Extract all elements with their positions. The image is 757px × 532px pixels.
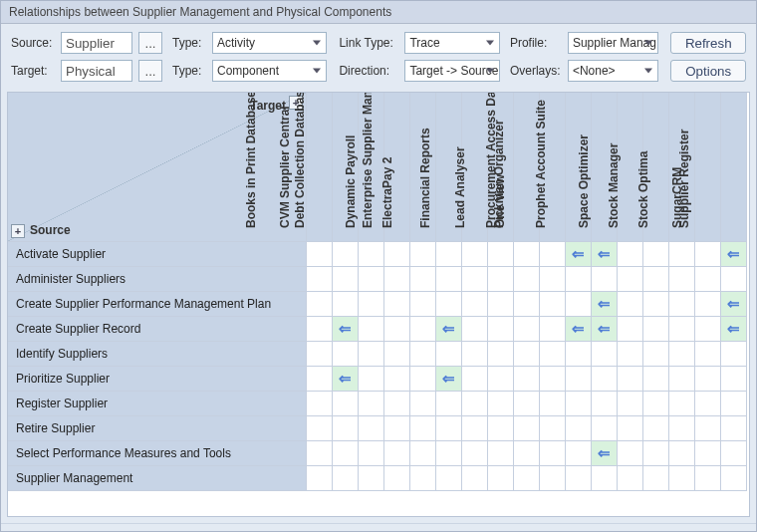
matrix-cell[interactable] <box>410 342 436 367</box>
matrix-cell-hit[interactable]: ⇐ <box>592 292 618 317</box>
matrix-cell[interactable] <box>540 317 566 342</box>
matrix-cell[interactable] <box>333 292 359 317</box>
matrix-cell[interactable] <box>721 466 747 491</box>
row-header[interactable]: Prioritize Supplier <box>8 367 307 392</box>
matrix-cell[interactable] <box>462 367 488 392</box>
refresh-button[interactable]: Refresh <box>670 32 746 54</box>
matrix-cell[interactable] <box>514 466 540 491</box>
matrix-cell[interactable] <box>566 342 592 367</box>
matrix-cell[interactable] <box>333 466 359 491</box>
row-header[interactable]: Activate Supplier <box>8 242 307 267</box>
matrix-cell-hit[interactable]: ⇐ <box>721 292 747 317</box>
matrix-cell[interactable] <box>307 242 333 267</box>
matrix-cell-hit[interactable]: ⇐ <box>592 441 618 466</box>
matrix-cell[interactable] <box>333 267 359 292</box>
matrix-cell[interactable] <box>359 242 384 267</box>
matrix-cell[interactable] <box>514 242 540 267</box>
matrix-cell[interactable] <box>669 441 695 466</box>
matrix-cell[interactable] <box>618 242 643 267</box>
target-input[interactable] <box>61 60 132 82</box>
direction-select[interactable]: Target -> Source <box>404 60 500 82</box>
overlays-select[interactable]: <None> <box>568 60 659 82</box>
matrix-cell[interactable] <box>359 441 384 466</box>
matrix-cell[interactable] <box>540 292 566 317</box>
matrix-cell-hit[interactable]: ⇐ <box>566 317 592 342</box>
matrix-cell[interactable] <box>540 441 566 466</box>
matrix-cell[interactable] <box>721 367 747 392</box>
matrix-cell[interactable] <box>540 416 566 441</box>
matrix-cell[interactable] <box>566 367 592 392</box>
matrix-cell[interactable] <box>643 242 669 267</box>
matrix-cell[interactable] <box>488 367 514 392</box>
matrix-cell[interactable] <box>488 466 514 491</box>
target-type-select[interactable]: Component <box>212 60 327 82</box>
matrix-cell[interactable] <box>566 392 592 416</box>
matrix-cell[interactable] <box>410 292 436 317</box>
matrix-cell[interactable] <box>488 317 514 342</box>
matrix-cell[interactable] <box>410 441 436 466</box>
matrix-cell[interactable] <box>488 267 514 292</box>
matrix-cell-hit[interactable]: ⇐ <box>333 367 359 392</box>
matrix-cell[interactable] <box>643 392 669 416</box>
matrix-cell[interactable] <box>514 342 540 367</box>
matrix-cell[interactable] <box>643 441 669 466</box>
matrix-cell[interactable] <box>618 441 643 466</box>
matrix-cell[interactable] <box>384 416 410 441</box>
matrix-cell-hit[interactable]: ⇐ <box>592 317 618 342</box>
matrix-cell[interactable] <box>695 441 721 466</box>
matrix-cell[interactable] <box>618 416 643 441</box>
matrix-cell[interactable] <box>359 466 384 491</box>
matrix-cell[interactable] <box>566 416 592 441</box>
matrix-cell[interactable] <box>514 367 540 392</box>
matrix-cell[interactable] <box>669 317 695 342</box>
matrix-cell[interactable] <box>436 392 462 416</box>
matrix-cell[interactable] <box>462 342 488 367</box>
matrix-cell[interactable] <box>488 292 514 317</box>
source-type-select[interactable]: Activity <box>212 32 327 54</box>
matrix-cell[interactable] <box>566 466 592 491</box>
row-header[interactable]: Supplier Management <box>8 466 307 491</box>
matrix-cell[interactable] <box>410 267 436 292</box>
matrix-cell[interactable] <box>410 242 436 267</box>
matrix-cell[interactable] <box>695 466 721 491</box>
row-header[interactable]: Register Supplier <box>8 392 307 416</box>
matrix-cell-hit[interactable]: ⇐ <box>592 242 618 267</box>
matrix-cell[interactable] <box>669 292 695 317</box>
matrix-cell[interactable] <box>307 267 333 292</box>
matrix-cell[interactable] <box>618 267 643 292</box>
matrix-cell[interactable] <box>695 367 721 392</box>
matrix-cell[interactable] <box>540 342 566 367</box>
matrix-cell[interactable] <box>540 466 566 491</box>
matrix-cell[interactable] <box>333 242 359 267</box>
matrix-cell[interactable] <box>384 267 410 292</box>
matrix-cell[interactable] <box>359 267 384 292</box>
matrix-cell[interactable] <box>695 242 721 267</box>
matrix-cell[interactable] <box>514 317 540 342</box>
matrix-cell[interactable] <box>307 392 333 416</box>
matrix-cell[interactable] <box>384 367 410 392</box>
matrix-cell[interactable] <box>384 392 410 416</box>
matrix-cell[interactable] <box>410 392 436 416</box>
matrix-cell[interactable] <box>669 342 695 367</box>
matrix-cell[interactable] <box>359 392 384 416</box>
matrix-cell[interactable] <box>695 342 721 367</box>
column-header[interactable]: Supplier Register <box>721 93 747 242</box>
matrix-cell[interactable] <box>592 367 618 392</box>
target-browse-button[interactable]: ... <box>138 60 162 82</box>
matrix-cell[interactable] <box>436 242 462 267</box>
matrix-cell[interactable] <box>695 416 721 441</box>
matrix-cell[interactable] <box>462 267 488 292</box>
matrix-cell[interactable] <box>488 342 514 367</box>
matrix-cell[interactable] <box>721 342 747 367</box>
matrix-cell-hit[interactable]: ⇐ <box>436 367 462 392</box>
matrix-cell[interactable] <box>618 367 643 392</box>
matrix-cell[interactable] <box>643 342 669 367</box>
matrix-cell[interactable] <box>384 242 410 267</box>
matrix-cell[interactable] <box>695 292 721 317</box>
matrix-cell[interactable] <box>384 441 410 466</box>
matrix-cell[interactable] <box>436 292 462 317</box>
matrix-cell[interactable] <box>721 267 747 292</box>
matrix-cell[interactable] <box>307 367 333 392</box>
matrix-cell[interactable] <box>436 466 462 491</box>
matrix-cell[interactable] <box>462 242 488 267</box>
